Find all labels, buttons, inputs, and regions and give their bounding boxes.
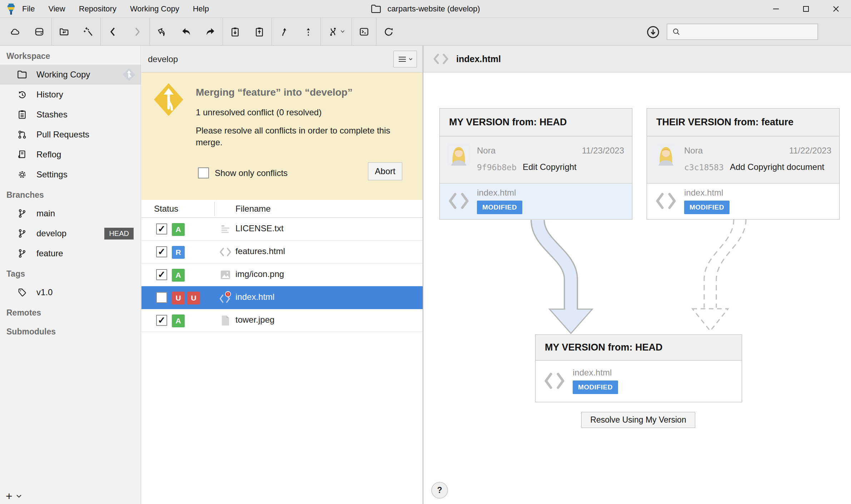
chevron-down-icon	[340, 30, 345, 33]
result-card-title: MY VERSION from: HEAD	[536, 335, 742, 361]
toolbar	[0, 18, 851, 46]
stage-checkbox[interactable]	[156, 223, 167, 235]
status-badge-added: A	[172, 314, 185, 327]
sidebar-section-submodules[interactable]: Submodules	[0, 321, 141, 340]
chevron-left-icon[interactable]	[101, 18, 125, 46]
cloud-icon[interactable]	[3, 18, 27, 46]
minimize-button[interactable]	[761, 0, 791, 18]
head-badge: HEAD	[104, 228, 134, 240]
folder-return-icon[interactable]	[52, 18, 76, 46]
merge-compare-icon[interactable]	[321, 18, 352, 46]
resolve-using-my-version-button[interactable]: Resolve Using My Version	[581, 412, 695, 428]
sidebar-item-branch-main[interactable]: main	[0, 203, 141, 223]
refresh-icon[interactable]	[377, 18, 401, 46]
help-button[interactable]: ?	[431, 482, 448, 499]
undo-arrow-icon[interactable]	[174, 18, 198, 46]
sidebar-item-label: Stashes	[36, 110, 68, 120]
sidebar-item-stashes[interactable]: Stashes	[0, 105, 141, 125]
merge-conflict-count: 1 unresolved conflict (0 resolved)	[196, 107, 322, 117]
stage-checkbox[interactable]	[156, 246, 167, 257]
terminal-icon[interactable]	[352, 18, 376, 46]
sidebar-item-reflog[interactable]: Reflog	[0, 145, 141, 165]
menu-file[interactable]: File	[22, 4, 35, 14]
conflict-detail-panel: index.html MY VERSION from: HEAD Nora 11…	[423, 46, 851, 504]
filename-label: tower.jpeg	[235, 315, 274, 325]
close-button[interactable]	[821, 0, 851, 18]
my-version-card: MY VERSION from: HEAD Nora 11/23/2023 9f…	[439, 108, 632, 220]
menu-view[interactable]: View	[48, 4, 65, 14]
avatar	[448, 143, 470, 166]
commit-author: Nora	[684, 146, 703, 156]
share-arrow-icon[interactable]	[150, 18, 174, 46]
circle-down-arrow-icon[interactable]	[645, 24, 662, 40]
file-name: index.html	[573, 368, 612, 378]
sidebar-section-tags[interactable]: Tags	[0, 263, 141, 282]
filename-label: index.html	[235, 292, 274, 302]
magnifier-icon	[672, 27, 681, 36]
sidebar-item-settings[interactable]: Settings	[0, 165, 141, 185]
branch-up-arrow-icon[interactable]	[272, 18, 296, 46]
hamburger-icon	[398, 56, 407, 62]
sidebar-item-label: feature	[36, 248, 63, 258]
their-version-commit[interactable]: Nora 11/22/2023 c3c18583 Add Copyright d…	[647, 136, 839, 183]
maximize-button[interactable]	[791, 0, 821, 18]
sidebar-section-branches[interactable]: Branches	[0, 185, 141, 203]
view-options-button[interactable]	[393, 51, 417, 67]
file-row-license-txt[interactable]: A LICENSE.txt	[141, 218, 423, 241]
stage-checkbox[interactable]	[156, 315, 167, 326]
menu-repository[interactable]: Repository	[79, 4, 116, 14]
current-branch-label: develop	[148, 46, 178, 72]
file-row-index-html[interactable]: U U ! index.html	[141, 286, 423, 309]
clipboard-up-icon[interactable]	[247, 18, 272, 46]
drive-icon[interactable]	[27, 18, 51, 46]
show-only-conflicts-checkbox[interactable]	[198, 167, 209, 178]
menu-working-copy[interactable]: Working Copy	[130, 4, 179, 14]
menu-help[interactable]: Help	[193, 4, 209, 14]
file-row-features-html[interactable]: R features.html	[141, 241, 423, 263]
search-box	[667, 24, 818, 40]
generic-file-icon	[218, 314, 233, 327]
git-branch-icon	[17, 228, 27, 238]
sidebar-item-branch-feature[interactable]: feature	[0, 243, 141, 263]
abort-button[interactable]: Abort	[368, 162, 402, 180]
result-file-row[interactable]: index.html MODIFIED	[536, 361, 742, 402]
sidebar-footer: +	[6, 490, 22, 502]
file-row-img-icon-png[interactable]: A img/icon.png	[141, 263, 423, 286]
stage-checkbox[interactable]	[156, 292, 167, 303]
sidebar-item-history[interactable]: History	[0, 85, 141, 105]
file-row-tower-jpeg[interactable]: A tower.jpeg	[141, 309, 423, 332]
sidebar-item-branch-develop[interactable]: develop HEAD	[0, 223, 141, 243]
sidebar-item-label: v1.0	[36, 287, 53, 297]
sidebar-item-tag-v1-0[interactable]: v1.0	[0, 282, 141, 302]
commit-author: Nora	[477, 146, 496, 156]
commit-date: 11/23/2023	[582, 146, 624, 156]
file-name: index.html	[684, 188, 723, 198]
sidebar-section-workspace[interactable]: Workspace	[0, 46, 141, 65]
code-file-icon	[543, 371, 566, 390]
merge-diamond-icon	[153, 82, 184, 117]
column-header-filename[interactable]: Filename	[235, 200, 271, 218]
merge-banner-title: Merging “feature” into “develop”	[196, 87, 353, 98]
chevron-down-icon[interactable]	[16, 494, 22, 498]
folder-icon	[17, 70, 27, 79]
search-input[interactable]	[684, 25, 817, 39]
my-version-file-row[interactable]: index.html MODIFIED	[440, 183, 632, 219]
my-version-commit[interactable]: Nora 11/23/2023 9f96b8eb Edit Copyright	[440, 136, 632, 183]
magic-wand-icon[interactable]	[76, 18, 100, 46]
folder-icon	[371, 4, 382, 14]
column-divider[interactable]	[214, 202, 215, 216]
modified-badge: MODIFIED	[477, 201, 522, 214]
sidebar-item-working-copy[interactable]: Working Copy	[0, 65, 141, 85]
clipboard-down-icon[interactable]	[223, 18, 247, 46]
redo-arrow-icon[interactable]	[198, 18, 223, 46]
my-version-arrow	[538, 220, 592, 333]
sidebar-item-pull-requests[interactable]: Pull Requests	[0, 125, 141, 145]
their-version-file-row[interactable]: index.html MODIFIED	[647, 183, 839, 219]
dashed-up-arrow-icon[interactable]	[296, 18, 320, 46]
their-version-arrow	[692, 219, 746, 331]
column-header-status[interactable]: Status	[154, 200, 178, 218]
chevron-right-icon[interactable]	[125, 18, 149, 46]
add-button[interactable]: +	[6, 490, 13, 502]
stage-checkbox[interactable]	[156, 269, 167, 280]
sidebar-section-remotes[interactable]: Remotes	[0, 302, 141, 321]
